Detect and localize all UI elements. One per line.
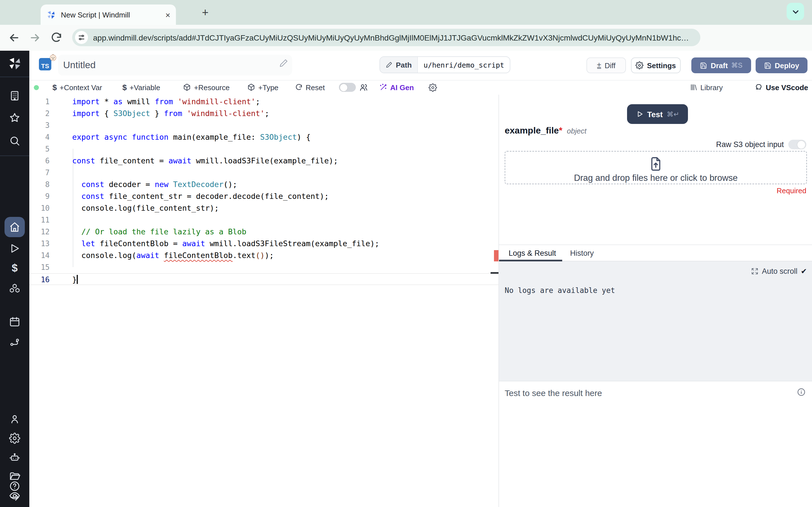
line-number: 7 [29, 166, 50, 178]
code-line[interactable]: 13 let fileContentBlob = await wmill.loa… [29, 237, 499, 249]
back-icon[interactable] [8, 32, 20, 44]
add-context-var-button[interactable]: $ +Context Var [52, 80, 102, 94]
raw-s3-label: Raw S3 object input [716, 140, 784, 149]
new-tab-button[interactable]: + [199, 6, 212, 19]
required-label: Required [776, 186, 806, 195]
path-label-segment[interactable]: Path [380, 57, 418, 73]
sidebar-item-users[interactable] [9, 413, 20, 425]
code-line[interactable]: 1import * as wmill from 'windmill-client… [29, 96, 499, 107]
toggle-knob [797, 140, 805, 149]
forward-icon[interactable] [29, 32, 41, 44]
sidebar-divider [0, 156, 29, 156]
ai-gen-label: AI Gen [390, 83, 414, 92]
code-line[interactable]: 11 [29, 214, 499, 226]
deploy-button[interactable]: Deploy [756, 57, 808, 73]
windmill-logo[interactable] [7, 56, 22, 71]
site-info-icon[interactable] [75, 31, 88, 44]
argument-type: object [567, 127, 587, 135]
code-line[interactable]: 10 console.log(file_content_str); [29, 202, 499, 214]
code-line[interactable]: 8 const decoder = new TextDecoder(); [29, 178, 499, 190]
collaborators-icon[interactable] [359, 83, 368, 93]
package-icon [247, 83, 255, 92]
reset-button[interactable]: Reset [295, 80, 325, 94]
sidebar-item-resources[interactable] [9, 283, 20, 294]
add-type-button[interactable]: +Type [247, 80, 278, 94]
tab-history[interactable]: History [570, 249, 594, 258]
sidebar-item-workers[interactable] [9, 452, 20, 463]
code-line[interactable]: 5 [29, 143, 499, 155]
browser-toolbar: app.windmill.dev/scripts/add#JTdCJTIyaGF… [0, 25, 812, 51]
raw-s3-toggle[interactable] [788, 140, 806, 149]
sidebar-item-flows[interactable] [9, 337, 20, 348]
file-dropzone[interactable]: Drag and drop files here or click to bro… [505, 151, 807, 184]
browser-dropdown-button[interactable] [786, 3, 804, 20]
collab-toggle-track[interactable] [339, 83, 356, 92]
use-vscode-button[interactable]: Use VScode [755, 80, 808, 94]
settings-button[interactable]: Settings [631, 57, 680, 73]
code-text: } [72, 274, 78, 285]
auto-scroll-label: Auto scroll [762, 267, 797, 276]
code-text: console.log(await fileContentBlob.text()… [72, 249, 274, 261]
script-title[interactable]: Untitled [63, 60, 96, 71]
reload-icon[interactable] [50, 32, 63, 44]
diff-button[interactable]: ± Diff [587, 57, 626, 73]
code-line[interactable]: 6const file_content = await wmill.loadS3… [29, 155, 499, 166]
add-variable-button[interactable]: $ +Variable [122, 80, 160, 94]
code-line[interactable]: 2import { S3Object } from 'windmill-clie… [29, 107, 499, 119]
tab-close-icon[interactable]: × [165, 10, 170, 19]
line-number: 4 [29, 131, 50, 143]
url-bar[interactable]: app.windmill.dev/scripts/add#JTdCJTIyaGF… [72, 29, 700, 46]
sidebar-item-search[interactable] [9, 135, 20, 147]
expand-sidebar-icon[interactable] [9, 492, 20, 503]
test-button[interactable]: Test ⌘↵ [627, 104, 688, 124]
sidebar-item-runs[interactable] [9, 243, 20, 254]
edit-title-pencil-icon[interactable] [279, 59, 288, 68]
editor-settings-gear-icon[interactable] [428, 83, 437, 92]
sidebar-item-schedules[interactable] [9, 316, 20, 327]
code-line[interactable]: 15 [29, 261, 499, 273]
ai-gen-button[interactable]: AI Gen [379, 80, 414, 94]
add-context-var-label: +Context Var [60, 83, 102, 92]
expand-icon[interactable] [751, 268, 758, 275]
code-line[interactable]: 12 // Or load the file lazily as a Blob [29, 226, 499, 237]
library-label: Library [700, 83, 723, 92]
code-line[interactable]: 16} [29, 273, 499, 285]
windmill-favicon [46, 10, 56, 19]
raw-s3-toggle-row[interactable]: Raw S3 object input [716, 140, 806, 149]
url-text[interactable]: app.windmill.dev/scripts/add#JTdCJTIyaGF… [93, 33, 689, 42]
tab-logs-result[interactable]: Logs & Result [509, 249, 556, 258]
sidebar-item-variables[interactable]: $ [9, 262, 20, 273]
browser-tab[interactable]: New Script | Windmill × [41, 4, 176, 25]
sidebar-item-settings[interactable] [9, 433, 20, 444]
code-text: import * as wmill from 'windmill-client'… [72, 96, 260, 107]
sidebar-item-home[interactable] [9, 221, 20, 233]
code-line[interactable]: 3 [29, 119, 499, 131]
path-value[interactable]: u/henri/demo_script [418, 57, 510, 73]
sidebar-item-workspace[interactable] [9, 90, 20, 101]
code-editor[interactable]: 1import * as wmill from 'windmill-client… [29, 95, 499, 507]
windmill-app-window: New Script | Windmill × + app.windmill.d… [0, 0, 812, 507]
info-icon[interactable] [797, 388, 806, 397]
line-number: 8 [29, 178, 50, 190]
path-widget[interactable]: Path u/henri/demo_script [379, 56, 510, 73]
code-line[interactable]: 4export async function main(example_file… [29, 131, 499, 143]
auto-scroll-control[interactable]: Auto scroll ✔ [751, 267, 807, 276]
code-line[interactable]: 7 [29, 166, 499, 178]
code-line[interactable]: 9 const file_content_str = decoder.decod… [29, 190, 499, 202]
test-shortcut: ⌘↵ [667, 110, 679, 118]
draft-button[interactable]: Draft ⌘S [691, 57, 751, 73]
code-line[interactable]: 14 console.log(await fileContentBlob.tex… [29, 249, 499, 261]
sidebar-item-favorites[interactable] [9, 112, 20, 123]
overview-ruler-error-marker [494, 250, 499, 262]
dollar-icon: $ [122, 83, 127, 92]
script-header: TS Untitled Path u/henri/demo_script [29, 51, 812, 80]
line-number: 15 [29, 261, 50, 273]
add-resource-button[interactable]: +Resource [183, 80, 230, 94]
collab-toggle[interactable] [339, 80, 356, 94]
library-button[interactable]: Library [690, 80, 723, 94]
add-variable-label: +Variable [130, 83, 160, 92]
deploy-label: Deploy [775, 61, 799, 69]
no-logs-message: No logs are available yet [505, 286, 615, 295]
help-icon[interactable] [9, 481, 20, 492]
line-number: 6 [29, 155, 50, 166]
